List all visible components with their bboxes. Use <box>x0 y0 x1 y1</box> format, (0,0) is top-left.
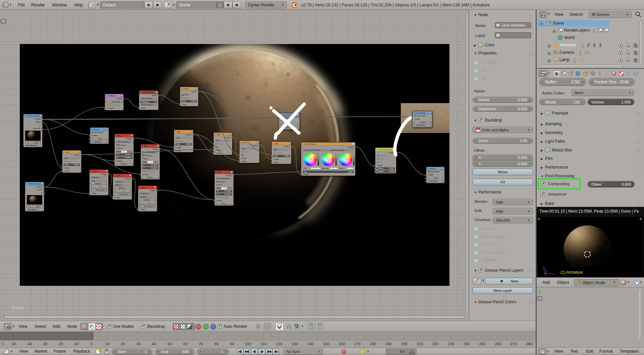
svg-text:160: 160 <box>338 342 345 346</box>
svg-text:110: 110 <box>261 342 267 346</box>
svg-text:190: 190 <box>385 342 391 346</box>
svg-text:130: 130 <box>291 342 298 346</box>
svg-text:140: 140 <box>307 342 313 346</box>
svg-text:-10: -10 <box>73 342 79 346</box>
svg-text:90: 90 <box>230 342 234 346</box>
svg-text:100: 100 <box>245 342 251 346</box>
svg-text:-20: -20 <box>58 342 63 346</box>
svg-text:280: 280 <box>526 342 532 346</box>
svg-text:0: 0 <box>91 342 93 346</box>
svg-text:240: 240 <box>463 342 470 346</box>
svg-text:x: x <box>552 272 554 276</box>
svg-text:120: 120 <box>276 342 282 346</box>
svg-text:20: 20 <box>121 342 125 346</box>
svg-text:200: 200 <box>401 342 407 346</box>
svg-text:-40: -40 <box>26 342 32 346</box>
svg-text:40: 40 <box>152 342 156 346</box>
svg-text:z: z <box>543 266 544 270</box>
svg-text:170: 170 <box>354 342 360 346</box>
svg-text:250: 250 <box>479 342 485 346</box>
svg-text:70: 70 <box>199 342 203 346</box>
svg-text:10: 10 <box>105 342 110 346</box>
svg-text:-50: -50 <box>11 342 16 346</box>
svg-text:220: 220 <box>432 342 438 346</box>
svg-text:150: 150 <box>323 342 329 346</box>
svg-text:80: 80 <box>215 342 219 346</box>
svg-text:210: 210 <box>417 342 423 346</box>
svg-text:50: 50 <box>168 342 172 346</box>
svg-text:180: 180 <box>370 342 376 346</box>
svg-text:y: y <box>545 268 547 272</box>
svg-text:30: 30 <box>137 342 141 346</box>
svg-text:-30: -30 <box>42 342 48 346</box>
svg-text:270: 270 <box>510 342 517 346</box>
svg-text:60: 60 <box>183 342 188 346</box>
svg-text:260: 260 <box>495 342 501 346</box>
svg-text:230: 230 <box>448 342 454 346</box>
